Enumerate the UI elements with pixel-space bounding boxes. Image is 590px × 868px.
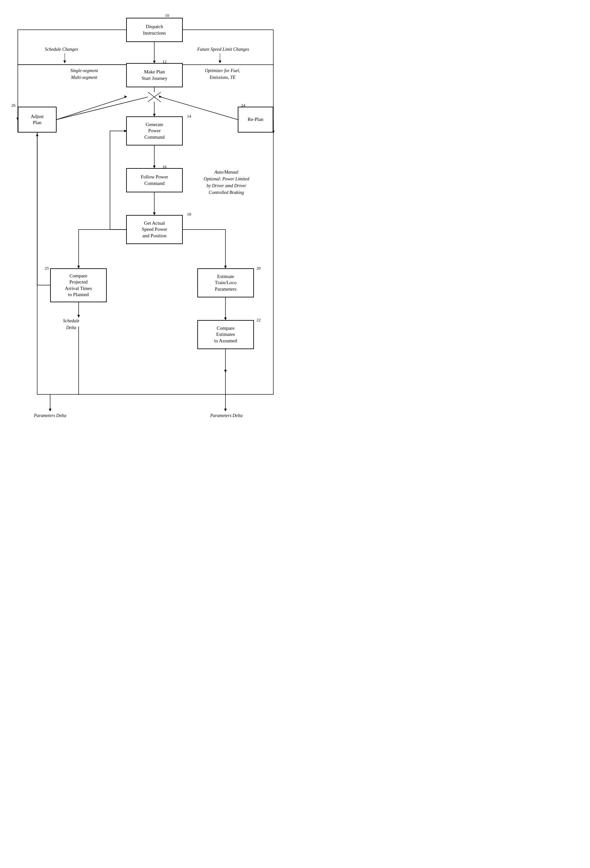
compare-label: Compare Projected Arrival Times to Plann…: [65, 273, 92, 298]
adjustplan-box: Adjust Plan: [18, 107, 56, 133]
makeplan-label: Make Plan Start Journey: [142, 69, 167, 81]
number-12: 12: [163, 59, 167, 64]
makeplan-box: Make Plan Start Journey: [126, 63, 183, 87]
dispatch-box: Dispatch Instructions: [126, 18, 183, 42]
params-delta-left-label: Parameters Delta: [24, 412, 76, 419]
genpower-label: Generate Power Command: [144, 121, 165, 141]
svg-line-3: [148, 92, 161, 102]
params-delta-right-label: Parameters Delta: [201, 412, 252, 419]
number-14: 14: [187, 114, 191, 119]
optimizer-label: Optimizer for Fuel,Emissions, TE: [187, 67, 258, 81]
followpower-label: Follow Power Command: [141, 174, 168, 186]
number-22: 22: [256, 317, 261, 323]
dispatch-label: Dispatch Instructions: [143, 24, 166, 36]
single-multi-label: Single-segmentMulti-segment: [55, 67, 113, 81]
followpower-box: Follow Power Command: [126, 168, 183, 192]
compare-box: Compare Projected Arrival Times to Plann…: [50, 268, 107, 302]
svg-marker-22: [224, 370, 227, 373]
number-10: 10: [165, 13, 169, 18]
svg-marker-30: [36, 133, 38, 136]
svg-marker-64: [49, 409, 52, 412]
svg-marker-46: [159, 95, 162, 98]
compareest-box: Compare Estimates to Assumed: [197, 320, 254, 349]
number-26: 26: [11, 103, 16, 108]
svg-marker-54: [64, 61, 66, 63]
number-25: 25: [44, 266, 49, 271]
svg-line-4: [148, 92, 161, 102]
number-18: 18: [187, 212, 191, 217]
schedule-delta-label: ScheduleDelta: [50, 317, 92, 331]
getactual-box: Get Actual Speed Power and Position: [126, 215, 183, 244]
diagram-container: Dispatch Instructions Make Plan Start Jo…: [0, 0, 295, 434]
adjustplan-label: Adjust Plan: [31, 114, 44, 126]
estimate-box: Estimate Train/Loco Parameters: [197, 268, 254, 297]
genpower-box: Generate Power Command: [126, 117, 183, 145]
svg-line-31: [56, 97, 126, 120]
estimate-label: Estimate Train/Loco Parameters: [215, 273, 237, 292]
svg-marker-66: [224, 409, 227, 412]
number-20: 20: [256, 266, 261, 271]
getactual-label: Get Actual Speed Power and Position: [142, 220, 167, 239]
number-16: 16: [163, 164, 167, 170]
number-24: 24: [241, 103, 245, 108]
svg-marker-56: [219, 61, 221, 63]
auto-manual-label: Auto/ManualOptional: Power Limitedby Dri…: [188, 169, 265, 196]
compareest-label: Compare Estimates to Assumed: [214, 325, 237, 344]
schedule-changes-label: Schedule Changes: [35, 47, 87, 52]
future-speed-label: Future Speed Limit Changes: [188, 47, 259, 52]
replan-box: Re-Plan: [238, 107, 273, 133]
svg-marker-32: [124, 95, 127, 98]
replan-label: Re-Plan: [248, 117, 263, 123]
